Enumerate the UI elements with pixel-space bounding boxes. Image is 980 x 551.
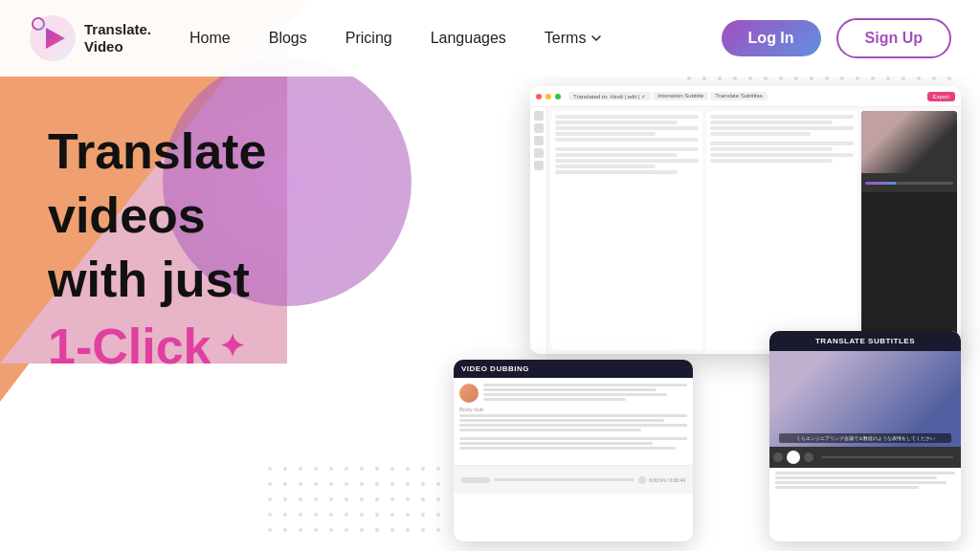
app-toolbar-tabs: Translated to: Hindi | edit | ✓ Intonati… bbox=[568, 92, 768, 100]
text-line bbox=[555, 170, 678, 174]
app-timeline-progress bbox=[865, 182, 896, 185]
app-video-panel bbox=[861, 111, 957, 350]
chevron-down-icon bbox=[590, 32, 603, 45]
app-main-content bbox=[547, 107, 961, 354]
sidebar-icon-2[interactable] bbox=[534, 123, 544, 133]
card-text-line bbox=[459, 437, 687, 440]
subtitle-timeline[interactable] bbox=[821, 456, 953, 458]
cursor-icon: ✦ bbox=[219, 328, 245, 364]
card-text-line bbox=[483, 384, 687, 386]
window-dot-green bbox=[555, 94, 561, 99]
text-line bbox=[555, 153, 678, 157]
hero-click-text: 1-Click ✦ bbox=[48, 318, 266, 375]
export-button[interactable]: Export bbox=[927, 92, 955, 101]
text-line bbox=[710, 115, 854, 119]
nav-languages[interactable]: Languages bbox=[431, 30, 506, 47]
card-text-line bbox=[459, 424, 687, 427]
sub-text-line bbox=[775, 476, 937, 479]
sidebar-icon-4[interactable] bbox=[534, 148, 544, 158]
hero-screenshots: Translated to: Hindi | edit | ✓ Intonati… bbox=[444, 77, 980, 551]
app-text-panel-english bbox=[551, 111, 702, 350]
text-line bbox=[555, 138, 699, 142]
footer-translate-btn[interactable] bbox=[461, 477, 490, 483]
app-content bbox=[530, 107, 961, 354]
ctrl-rewind[interactable] bbox=[773, 452, 783, 462]
hero-title-line2: videos bbox=[48, 188, 266, 243]
tab-settings[interactable]: Translate Subtitles bbox=[710, 92, 767, 100]
text-line bbox=[710, 121, 833, 124]
text-line bbox=[710, 142, 854, 145]
text-line bbox=[555, 121, 678, 124]
card-row-2 bbox=[459, 414, 687, 433]
text-line bbox=[555, 126, 699, 130]
card-subtitles-video: くらエンジニアリング会議でエ数徒のような表情をしてください bbox=[769, 351, 961, 447]
card-dubbing-header: VIDEO DUBBING bbox=[454, 360, 693, 378]
sidebar-icon-5[interactable] bbox=[534, 161, 544, 170]
tab-options[interactable]: Intonation Subtitle bbox=[653, 92, 708, 100]
card-row-1 bbox=[459, 384, 687, 403]
footer-timeline[interactable] bbox=[494, 478, 635, 481]
text-section bbox=[710, 142, 854, 163]
hero-section: Translate videos with just 1-Click ✦ Tra… bbox=[0, 77, 980, 551]
sub-text-line bbox=[775, 472, 955, 474]
signup-button[interactable]: Sign Up bbox=[836, 18, 951, 58]
card-dubbing-footer: 0:00:04 / 0:00:44 bbox=[454, 465, 693, 494]
nav-pricing[interactable]: Pricing bbox=[345, 30, 392, 47]
card-label-body-dub: Body dub bbox=[459, 407, 687, 412]
nav-home[interactable]: Home bbox=[189, 30, 231, 47]
app-sidebar-left bbox=[530, 107, 547, 354]
card-subtitles-header: TRANSLATE SUBTITLES bbox=[769, 331, 961, 351]
tab-translate[interactable]: Translated to: Hindi | edit | ✓ bbox=[568, 92, 651, 100]
text-line bbox=[555, 115, 699, 119]
login-button[interactable]: Log In bbox=[722, 20, 821, 56]
text-line bbox=[710, 126, 854, 130]
text-line bbox=[710, 153, 854, 157]
logo-icon bbox=[29, 14, 77, 62]
card-dubbing-content: Body dub bbox=[454, 378, 693, 461]
footer-play-btn[interactable] bbox=[638, 476, 646, 484]
nav-links: Home Blogs Pricing Languages Terms bbox=[189, 30, 722, 47]
window-dot-red bbox=[536, 94, 542, 99]
window-dot-yellow bbox=[546, 94, 551, 99]
card-subtitles-controls bbox=[769, 447, 961, 468]
hero-text: Translate videos with just 1-Click ✦ bbox=[48, 105, 266, 375]
text-line bbox=[555, 159, 699, 163]
text-section bbox=[555, 147, 699, 174]
app-text-panel-japanese bbox=[706, 111, 858, 350]
app-timeline-bar bbox=[865, 182, 953, 185]
logo[interactable]: Translate. Video bbox=[29, 14, 151, 62]
text-line bbox=[710, 132, 811, 136]
app-video-thumb bbox=[861, 111, 957, 173]
sidebar-icon-3[interactable] bbox=[534, 136, 544, 145]
footer-time: 0:00:04 / 0:00:44 bbox=[649, 477, 685, 483]
card-avatar-1 bbox=[459, 384, 479, 403]
card-dubbing: VIDEO DUBBING Body dub bbox=[454, 360, 693, 541]
sub-text-line bbox=[775, 481, 947, 484]
sub-text-line bbox=[775, 486, 919, 489]
card-text-line bbox=[459, 419, 664, 422]
nav-terms[interactable]: Terms bbox=[545, 30, 604, 47]
navbar: Translate. Video Home Blogs Pricing Lang… bbox=[0, 0, 980, 77]
nav-blogs[interactable]: Blogs bbox=[269, 30, 307, 47]
ctrl-play[interactable] bbox=[787, 451, 800, 464]
hero-title-line1: Translate bbox=[48, 124, 266, 179]
text-line bbox=[710, 159, 833, 163]
sidebar-icon-1[interactable] bbox=[534, 111, 544, 121]
card-text-line bbox=[483, 388, 657, 391]
text-line bbox=[555, 165, 656, 168]
nav-actions: Log In Sign Up bbox=[722, 18, 951, 58]
ctrl-forward[interactable] bbox=[804, 452, 813, 462]
card-text-lines-1 bbox=[483, 384, 687, 403]
app-toolbar: Translated to: Hindi | edit | ✓ Intonati… bbox=[530, 86, 961, 107]
app-window-main: Translated to: Hindi | edit | ✓ Intonati… bbox=[530, 86, 961, 354]
app-timeline[interactable] bbox=[861, 173, 957, 192]
app-video-people bbox=[861, 111, 957, 173]
card-subtitles-text bbox=[769, 468, 961, 495]
text-line bbox=[555, 132, 656, 136]
card-text-line bbox=[459, 429, 641, 431]
card-text-line bbox=[459, 442, 653, 445]
text-line bbox=[555, 147, 699, 151]
card-subtitles-video-overlay: くらエンジニアリング会議でエ数徒のような表情をしてください bbox=[779, 433, 951, 443]
text-line bbox=[710, 147, 833, 151]
card-row-3 bbox=[459, 437, 687, 452]
